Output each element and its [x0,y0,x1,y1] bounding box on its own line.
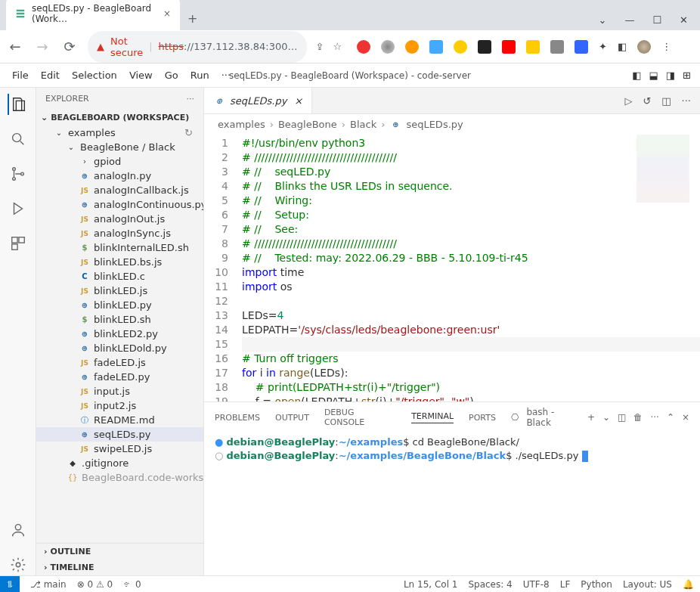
workspace-header[interactable]: ⌄ BEAGLEBOARD (WORKSPACE) [36,110,203,126]
file-blinkLED.js[interactable]: JSblinkLED.js [36,284,203,298]
ext-icon[interactable] [405,40,419,54]
file-analogInSync.js[interactable]: JSanalogInSync.js [36,226,203,240]
minimap[interactable] [637,135,689,203]
ext-icon[interactable] [502,40,516,54]
file-blinkLED2.py[interactable]: ⊕blinkLED2.py [36,327,203,341]
chevron-down-icon[interactable]: ⌄ [602,412,610,423]
file-blinkLED.c[interactable]: CblinkLED.c [36,269,203,284]
breadcrumb-item[interactable]: BeagleBone [278,119,337,130]
gear-icon[interactable] [8,554,29,575]
file-fadeLED.py[interactable]: ⊕fadeLED.py [36,370,203,384]
explorer-icon[interactable] [8,94,29,115]
avatar[interactable] [637,40,651,54]
file-fadeLED.js[interactable]: JSfadeLED.js [36,355,203,370]
ext-icon[interactable] [526,40,540,54]
ext-icon[interactable] [357,40,370,54]
ext-icon[interactable] [478,40,491,54]
problems-indicator[interactable]: ⊗ 0 ⚠ 0 [77,579,113,590]
indentation[interactable]: Spaces: 4 [468,579,512,590]
search-icon[interactable] [8,129,29,150]
account-icon[interactable] [8,519,29,541]
file-seqLEDs.py[interactable]: ⊕seqLEDs.py [36,427,203,442]
address-bar[interactable]: ▲ Not secure | https://137.112.38.84:300… [88,31,307,63]
split-editor-icon[interactable]: ◫ [661,95,671,107]
file-blinkLED.bs.js[interactable]: JSblinkLED.bs.js [36,255,203,269]
layout-left-icon[interactable]: ◧ [632,70,641,81]
close-panel-icon[interactable]: × [682,412,689,423]
file-blinkLED.sh[interactable]: $blinkLED.sh [36,312,203,327]
ext-icon[interactable] [454,40,467,54]
file-input2.js[interactable]: JSinput2.js [36,398,203,413]
browser-tab[interactable]: seqLEDs.py - BeagleBoard (Work… × [6,0,180,30]
more-icon[interactable]: ··· [187,94,195,104]
source-control-icon[interactable] [8,163,29,184]
tab-close-icon[interactable]: × [163,8,171,19]
ext-icon[interactable] [550,40,564,54]
file-README.md[interactable]: ⓘREADME.md [36,413,203,427]
file-input.js[interactable]: JSinput.js [36,384,203,398]
panel-tab-ports[interactable]: PORTS [469,413,496,423]
maximize-icon[interactable]: ☐ [652,14,661,26]
menu-go[interactable]: Go [159,67,184,84]
breadcrumb-item[interactable]: Black [350,119,376,130]
panel-tab-terminal[interactable]: TERMINAL [411,411,454,423]
outline-section[interactable]: ›OUTLINE [36,544,203,559]
shell-label[interactable]: bash - Black [526,407,580,428]
file-BeagleBoard.code-workspace[interactable]: {}BeagleBoard.code-workspace [36,470,203,485]
menu-selection[interactable]: Selection [66,67,123,84]
panel-tab-problems[interactable]: PROBLEMS [215,413,260,423]
extensions-icon[interactable] [8,233,29,254]
layout-right-icon[interactable]: ◨ [666,70,675,81]
layout-bottom-icon[interactable]: ⬓ [649,70,658,81]
encoding[interactable]: UTF-8 [523,579,550,590]
share-icon[interactable]: ⇪ [316,41,324,52]
file-blinkLEDold.py[interactable]: ⊕blinkLEDold.py [36,341,203,355]
breadcrumb-item[interactable]: examples [218,119,265,130]
panel-tab-output[interactable]: OUTPUT [275,413,309,423]
new-tab-button[interactable]: + [180,7,205,30]
timeline-section[interactable]: ›TIMELINE [36,559,203,575]
folder-examples[interactable]: ⌄ examples ↻ [36,126,203,140]
menu-edit[interactable]: Edit [35,67,66,84]
port-indicator[interactable]: ᯤ 0 [123,579,141,590]
menu-view[interactable]: View [123,67,159,84]
file-.gitignore[interactable]: ◆.gitignore [36,456,203,470]
more-icon[interactable]: ··· [682,95,691,107]
run-debug-icon[interactable] [8,198,29,219]
branch-indicator[interactable]: ⎇ main [30,579,67,590]
forward-button[interactable]: → [33,39,51,54]
file-blinkInternalLED.sh[interactable]: $blinkInternalLED.sh [36,240,203,255]
close-icon[interactable]: ✕ [680,14,688,26]
minimize-icon[interactable]: — [624,14,634,26]
chevron-down-icon[interactable]: ⌄ [599,14,607,26]
file-analogIn.py[interactable]: ⊕analogIn.py [36,169,203,183]
file-swipeLED.js[interactable]: JSswipeLED.js [36,442,203,456]
new-terminal-icon[interactable]: + [587,412,595,423]
menu-file[interactable]: File [6,67,35,84]
editor-tab[interactable]: ⊕ seqLEDs.py × [204,88,312,113]
tab-close-icon[interactable]: × [294,95,302,107]
trash-icon[interactable]: 🗑 [633,412,643,423]
remote-indicator[interactable]: ⥮ [0,576,20,593]
ext-icon[interactable] [429,40,443,54]
more-icon[interactable]: ··· [650,412,658,423]
history-icon[interactable]: ↺ [643,95,651,107]
menu-dots-icon[interactable]: ⋮ [661,41,671,52]
ext-icon[interactable] [381,40,395,54]
layout-grid-icon[interactable]: ⊞ [683,70,691,81]
panel-icon[interactable]: ◧ [618,41,627,52]
file-analogInOut.js[interactable]: JSanalogInOut.js [36,212,203,226]
back-button[interactable]: ← [6,39,24,54]
file-blinkLED.py[interactable]: ⊕blinkLED.py [36,298,203,312]
split-terminal-icon[interactable]: ◫ [618,412,626,423]
file-analogInContinuous.py[interactable]: ⊕analogInContinuous.py [36,197,203,212]
file-analogInCallback.js[interactable]: JSanalogInCallback.js [36,183,203,197]
terminal[interactable]: ● debian@BeaglePlay:~/examples$ cd Beagl… [204,432,700,575]
extensions-puzzle-icon[interactable]: ✦ [599,41,607,52]
maximize-panel-icon[interactable]: ⌃ [667,412,674,423]
cursor-position[interactable]: Ln 15, Col 1 [404,579,458,590]
run-file-icon[interactable]: ▷ [624,95,632,107]
panel-tab-debug console[interactable]: DEBUG CONSOLE [324,408,396,427]
eol[interactable]: LF [560,579,571,590]
bell-icon[interactable]: 🔔 [683,579,694,590]
